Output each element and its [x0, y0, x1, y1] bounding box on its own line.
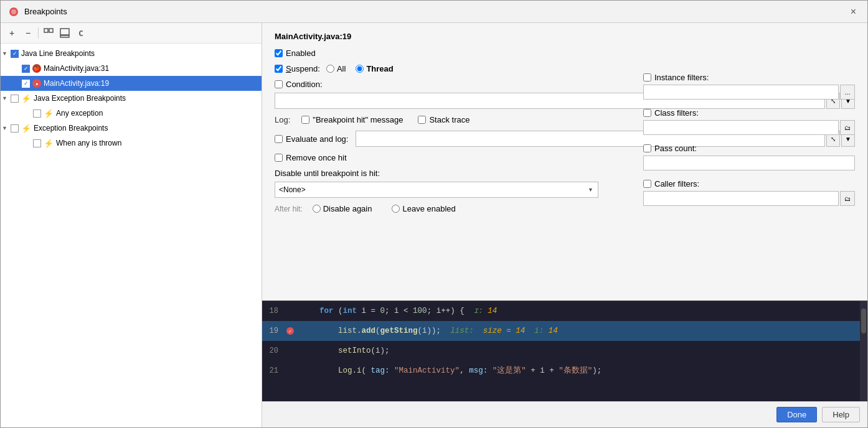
thread-radio[interactable]: [356, 65, 364, 73]
all-radio[interactable]: [326, 65, 334, 73]
bp-dot-19: ✓: [286, 327, 294, 335]
class-filter-checkbox-label[interactable]: Class filters:: [643, 108, 699, 118]
code-scrollbar-thumb: [861, 309, 866, 333]
checkbox-mainactivity-31-wrap: ✓: [22, 65, 30, 73]
remove-once-hit-checkbox[interactable]: [275, 154, 283, 162]
tree-group-java-exception[interactable]: ▼ ⚡ Java Exception Breakpoints: [1, 91, 262, 106]
pass-count-input[interactable]: [643, 156, 855, 170]
breakpoints-toolbar: + − C: [1, 23, 262, 44]
enabled-checkbox-label[interactable]: Enabled: [275, 49, 316, 58]
tree-group-java-line[interactable]: ▼ ✓ Java Line Breakpoints: [1, 46, 262, 61]
pass-count-input-wrap: [643, 156, 855, 170]
checkbox-mainactivity-19[interactable]: ✓: [22, 80, 30, 88]
class-filter-browse-button[interactable]: 🗂: [840, 120, 855, 135]
tree-group-exception[interactable]: ▼ ⚡ Exception Breakpoints: [1, 121, 262, 136]
checkbox-java-exception[interactable]: [11, 95, 19, 103]
right-panel-inner: MainActivity.java:19 Enabled Suspend:: [262, 23, 867, 401]
breakpoints-tree: ▼ ✓ Java Line Breakpoints ✓ 🍎 MainAct: [1, 44, 262, 427]
enabled-row: Enabled: [275, 49, 855, 58]
class-filter-input[interactable]: [643, 120, 839, 135]
tree-item-when-thrown[interactable]: ⚡ When any is thrown: [1, 136, 262, 151]
pass-count-checkbox[interactable]: [643, 144, 651, 152]
checkbox-exception[interactable]: [11, 124, 19, 133]
toggle-java-line: ▼: [2, 50, 9, 57]
exception-label: Exception Breakpoints: [34, 124, 108, 133]
instance-filter-input[interactable]: [643, 85, 839, 100]
bp-hit-checkbox[interactable]: [301, 116, 309, 124]
left-panel: + − C: [1, 23, 262, 427]
remove-once-hit-label[interactable]: Remove once hit: [275, 153, 347, 162]
instance-filter-checkbox[interactable]: [643, 73, 651, 81]
caller-filter-browse-button[interactable]: 🗂: [840, 191, 855, 206]
checkbox-exception-wrap: [11, 124, 19, 133]
leave-enabled-label[interactable]: Leave enabled: [392, 204, 455, 213]
lightning-when-thrown: ⚡: [44, 139, 54, 148]
checkbox-java-line[interactable]: ✓: [11, 50, 19, 58]
help-button[interactable]: Help: [822, 407, 860, 422]
export-button[interactable]: [57, 26, 72, 40]
checkbox-mainactivity-31[interactable]: ✓: [22, 65, 30, 73]
caller-filter-input[interactable]: [643, 191, 839, 206]
checkbox-any-exception[interactable]: [33, 109, 41, 118]
checkbox-any-exception-wrap: [33, 109, 41, 118]
pass-count-checkbox-label[interactable]: Pass count:: [643, 144, 697, 153]
evaluate-checkbox-label[interactable]: Evaluate and log:: [275, 134, 348, 144]
done-button[interactable]: Done: [776, 407, 817, 422]
group-button[interactable]: [41, 26, 56, 40]
class-filter-input-wrap: 🗂: [643, 120, 855, 135]
close-button[interactable]: ×: [847, 5, 860, 19]
line-num-21: 21: [262, 366, 285, 375]
suspend-label: Suspend:: [286, 64, 320, 73]
instance-filter-label-row: Instance filters:: [643, 73, 855, 82]
instance-filter-label: Instance filters:: [654, 73, 709, 82]
code-scrollbar[interactable]: [860, 301, 867, 401]
java-exception-label: Java Exception Breakpoints: [34, 94, 126, 103]
bp-hit-checkbox-label[interactable]: "Breakpoint hit" message: [301, 115, 403, 124]
none-select[interactable]: <None>: [275, 182, 598, 198]
class-filter-label-row: Class filters:: [643, 108, 855, 118]
all-radio-label[interactable]: All: [326, 64, 346, 73]
class-filter-checkbox[interactable]: [643, 109, 651, 117]
svg-rect-2: [44, 29, 48, 32]
disable-again-text: Disable again: [323, 204, 372, 213]
stack-trace-checkbox-label[interactable]: Stack trace: [418, 115, 469, 124]
mainactivity-31-label: MainActivity.java:31: [44, 64, 109, 73]
tree-item-any-exception[interactable]: ⚡ Any exception: [1, 106, 262, 121]
pass-count-label-row: Pass count:: [643, 144, 855, 153]
right-panel: MainActivity.java:19 Enabled Suspend:: [262, 23, 867, 427]
any-exception-label: Any exception: [56, 109, 103, 118]
code-line-21: 21 Log.i( tag: "MainActivity", msg: "这是第…: [262, 361, 867, 381]
suspend-checkbox[interactable]: [275, 65, 283, 73]
bp-icon-mainactivity-31: 🍎: [32, 64, 41, 73]
checkbox-when-thrown[interactable]: [33, 139, 41, 147]
caller-filter-checkbox-label[interactable]: Caller filters:: [643, 179, 699, 188]
java-line-label: Java Line Breakpoints: [21, 49, 95, 58]
code-text-20: setInto(i);: [296, 341, 867, 361]
filter-button[interactable]: C: [73, 26, 88, 40]
svg-rect-3: [49, 29, 53, 32]
stack-trace-checkbox[interactable]: [418, 116, 426, 124]
thread-radio-label[interactable]: Thread: [356, 64, 393, 73]
code-line-19: 19 ✓ list.add(getSting(i)); list: size =…: [262, 321, 867, 341]
svg-rect-4: [60, 29, 69, 35]
add-button[interactable]: +: [4, 26, 19, 40]
tree-item-mainactivity-31[interactable]: ✓ 🍎 MainActivity.java:31: [1, 61, 262, 76]
title-bar-left: Breakpoints: [8, 6, 67, 17]
line-num-19: 19: [262, 327, 285, 335]
disable-again-radio[interactable]: [313, 205, 321, 213]
remove-button[interactable]: −: [21, 26, 35, 40]
suspend-checkbox-label[interactable]: Suspend:: [275, 64, 320, 73]
instance-filter-checkbox-label[interactable]: Instance filters:: [643, 73, 709, 82]
leave-enabled-radio[interactable]: [392, 205, 400, 213]
checkbox-mainactivity-19-wrap: ✓: [22, 80, 30, 88]
tree-item-mainactivity-19[interactable]: ✓ ● MainActivity.java:19: [1, 76, 262, 91]
caller-filter-checkbox[interactable]: [643, 180, 651, 188]
instance-filter-browse-button[interactable]: …: [840, 85, 855, 100]
evaluate-checkbox[interactable]: [275, 135, 283, 143]
disable-again-label[interactable]: Disable again: [313, 204, 372, 213]
evaluate-label: Evaluate and log:: [286, 134, 348, 144]
condition-checkbox-label[interactable]: Condition:: [275, 80, 323, 89]
condition-checkbox[interactable]: [275, 80, 283, 88]
pass-count-group: Pass count:: [643, 144, 855, 170]
enabled-checkbox[interactable]: [275, 49, 283, 57]
